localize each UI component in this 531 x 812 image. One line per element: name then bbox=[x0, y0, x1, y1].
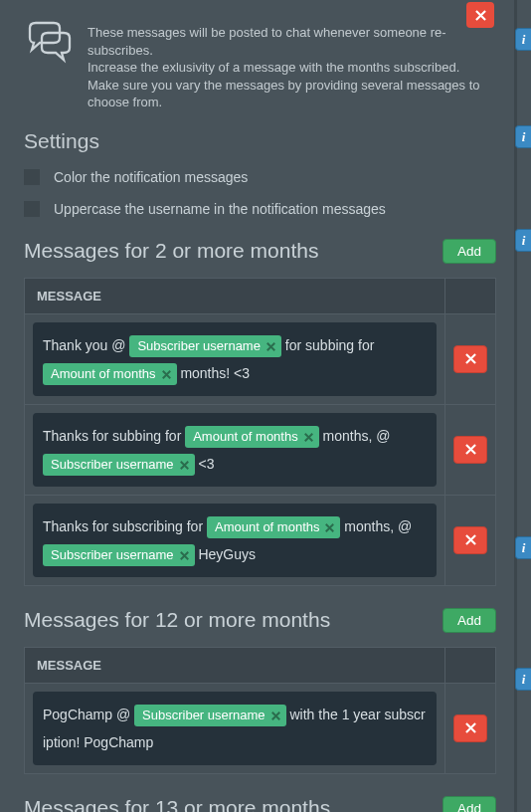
subscriber-username-token[interactable]: Subscriber username bbox=[129, 335, 281, 357]
amount-of-months-token[interactable]: Amount of months bbox=[185, 426, 319, 448]
message-content[interactable]: Thanks for subscribing for Amount of mon… bbox=[33, 504, 437, 577]
info-icon: i bbox=[522, 233, 526, 249]
info-icon: i bbox=[522, 129, 526, 145]
token-label: Amount of months bbox=[51, 366, 156, 382]
section-title: Messages for 2 or more months bbox=[24, 239, 318, 263]
amount-of-months-token[interactable]: Amount of months bbox=[207, 516, 341, 538]
info-tab[interactable]: i bbox=[515, 229, 531, 252]
intro-text: These messages will be posted to chat wh… bbox=[88, 24, 496, 111]
x-icon bbox=[475, 10, 486, 21]
add-message-button[interactable]: Add bbox=[442, 608, 496, 633]
info-icon: i bbox=[522, 32, 526, 48]
color-notifications-checkbox-row[interactable]: Color the notification messages bbox=[24, 169, 496, 185]
remove-token-icon[interactable] bbox=[304, 433, 313, 442]
x-icon bbox=[465, 534, 476, 545]
section-title: Messages for 12 or more months bbox=[24, 608, 330, 632]
message-row: Thanks for subscribing for Amount of mon… bbox=[25, 495, 496, 585]
subscriber-username-token[interactable]: Subscriber username bbox=[134, 705, 286, 726]
x-icon bbox=[465, 722, 476, 733]
info-icon: i bbox=[522, 540, 526, 556]
section-head: Messages for 12 or more monthsAdd bbox=[24, 608, 496, 633]
token-label: Subscriber username bbox=[51, 547, 174, 563]
token-label: Amount of months bbox=[215, 519, 320, 535]
checkbox-label: Uppercase the username in the notificati… bbox=[54, 201, 386, 217]
chat-bubbles-icon bbox=[24, 20, 72, 68]
info-tab[interactable]: i bbox=[515, 536, 531, 559]
remove-token-icon[interactable] bbox=[325, 523, 334, 532]
message-column-header: MESSAGE bbox=[25, 278, 445, 313]
x-icon bbox=[465, 353, 476, 364]
section-title: Messages for 13 or more months bbox=[24, 796, 330, 812]
uppercase-username-checkbox-row[interactable]: Uppercase the username in the notificati… bbox=[24, 201, 496, 217]
resub-messages-dialog: These messages will be posted to chat wh… bbox=[0, 0, 517, 812]
messages-table: MESSAGEThank you @ Subscriber username f… bbox=[24, 278, 496, 586]
info-tab[interactable]: i bbox=[515, 668, 531, 691]
subscriber-username-token[interactable]: Subscriber username bbox=[43, 544, 195, 566]
remove-token-icon[interactable] bbox=[266, 342, 275, 351]
remove-token-icon[interactable] bbox=[271, 711, 280, 720]
token-label: Subscriber username bbox=[137, 338, 261, 354]
info-icon: i bbox=[522, 672, 526, 688]
checkbox-box[interactable] bbox=[24, 201, 40, 217]
remove-token-icon[interactable] bbox=[180, 461, 189, 470]
delete-message-button[interactable] bbox=[453, 714, 487, 742]
checkbox-box[interactable] bbox=[24, 169, 40, 185]
remove-token-icon[interactable] bbox=[180, 551, 189, 560]
message-content[interactable]: PogChamp @ Subscriber username with the … bbox=[33, 692, 437, 765]
add-message-button[interactable]: Add bbox=[442, 239, 496, 264]
remove-token-icon[interactable] bbox=[162, 370, 171, 379]
delete-message-button[interactable] bbox=[453, 436, 487, 464]
intro-line: Make sure you vary the messages by provi… bbox=[88, 77, 496, 111]
info-tab[interactable]: i bbox=[515, 125, 531, 148]
actions-column-header bbox=[445, 647, 496, 683]
intro-block: These messages will be posted to chat wh… bbox=[24, 0, 496, 111]
actions-column-header bbox=[445, 278, 496, 313]
token-label: Amount of months bbox=[193, 429, 298, 445]
token-label: Subscriber username bbox=[142, 708, 266, 723]
delete-message-button[interactable] bbox=[453, 526, 487, 554]
delete-message-button[interactable] bbox=[453, 345, 487, 373]
info-tab[interactable]: i bbox=[515, 28, 531, 51]
intro-line: These messages will be posted to chat wh… bbox=[88, 24, 496, 59]
checkbox-label: Color the notification messages bbox=[54, 169, 248, 185]
message-row: Thanks for subbing for Amount of months … bbox=[25, 404, 496, 495]
x-icon bbox=[465, 444, 476, 455]
amount-of-months-token[interactable]: Amount of months bbox=[43, 363, 177, 385]
add-message-button[interactable]: Add bbox=[442, 796, 496, 812]
section-head: Messages for 2 or more monthsAdd bbox=[24, 239, 496, 264]
intro-line: Increase the exlusivity of a message wit… bbox=[88, 59, 496, 77]
message-content[interactable]: Thanks for subbing for Amount of months … bbox=[33, 413, 437, 487]
section-head: Messages for 13 or more monthsAdd bbox=[24, 796, 496, 812]
close-dialog-button[interactable] bbox=[466, 2, 494, 28]
messages-table: MESSAGEPogChamp @ Subscriber username wi… bbox=[24, 647, 496, 774]
token-label: Subscriber username bbox=[51, 457, 174, 473]
settings-heading: Settings bbox=[24, 129, 496, 153]
message-content[interactable]: Thank you @ Subscriber username for subb… bbox=[33, 322, 437, 396]
message-column-header: MESSAGE bbox=[25, 647, 445, 683]
subscriber-username-token[interactable]: Subscriber username bbox=[43, 454, 195, 476]
message-row: PogChamp @ Subscriber username with the … bbox=[25, 683, 496, 773]
message-row: Thank you @ Subscriber username for subb… bbox=[25, 313, 496, 404]
